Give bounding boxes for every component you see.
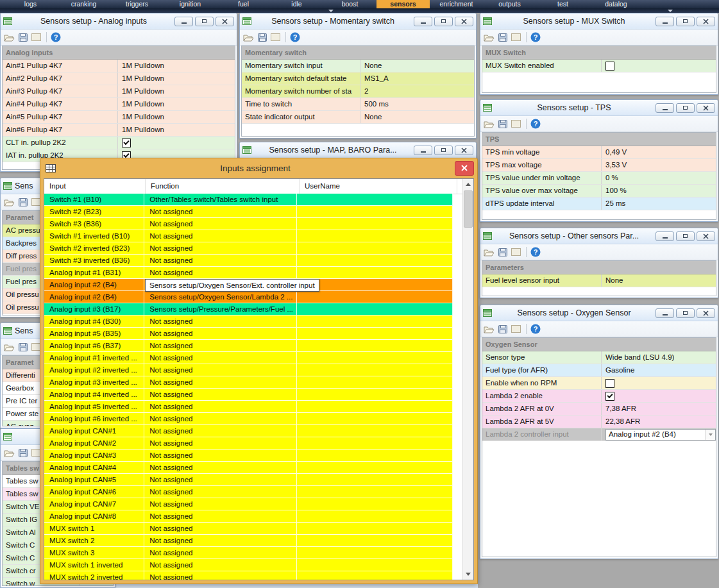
assignment-row[interactable]: Analog input #3 inverted ...Not assigned	[44, 376, 453, 389]
close-button[interactable]	[455, 17, 473, 26]
assignment-row[interactable]: MUX switch 3Not assigned	[44, 547, 453, 559]
assignment-row[interactable]: Analog input #4 inverted ...Not assigned	[44, 389, 453, 401]
assignment-row[interactable]: MUX switch 2Not assigned	[44, 535, 453, 547]
assignment-row[interactable]: MUX switch 1 invertedNot assigned	[44, 559, 453, 571]
save-button[interactable]	[498, 120, 507, 128]
assignment-row[interactable]: Analog input CAN#8Not assigned	[44, 510, 453, 523]
menu-item-ignition[interactable]: ignition	[164, 0, 217, 8]
minimize-button[interactable]	[414, 146, 432, 155]
panel-button[interactable]	[511, 248, 521, 256]
parameter-value[interactable]: 1M Pulldown	[118, 124, 235, 136]
parameter-value[interactable]: 0,49 V	[602, 146, 716, 158]
close-button[interactable]	[697, 17, 715, 26]
maximize-button[interactable]	[434, 17, 453, 26]
minimize-button[interactable]	[174, 17, 193, 26]
help-button[interactable]: ?	[290, 32, 300, 42]
assignment-row[interactable]: Analog input #1 inverted ...Not assigned	[44, 352, 453, 364]
save-button[interactable]	[19, 198, 28, 206]
close-button[interactable]	[697, 308, 715, 318]
assignment-row[interactable]: Analog input #4 (B30)Not assigned	[44, 315, 453, 328]
menu-item-sensors[interactable]: sensors	[376, 0, 430, 8]
open-file-button[interactable]	[4, 198, 15, 206]
window-titlebar[interactable]: Sensors setup - TPS	[480, 100, 718, 116]
parameter-value[interactable]: 1M Pulldown	[118, 111, 235, 123]
menu-item-cranking[interactable]: cranking	[57, 0, 110, 8]
checkbox-checked[interactable]	[122, 139, 131, 147]
menu-item-boost[interactable]: boost	[323, 0, 376, 8]
scrollbar-thumb[interactable]	[464, 190, 473, 228]
open-file-button[interactable]	[484, 325, 495, 333]
window-titlebar[interactable]: Sensors setup - Momentary switch	[240, 13, 476, 29]
panel-button[interactable]	[511, 120, 521, 128]
parameter-value[interactable]: Gasoline	[602, 364, 716, 376]
open-file-button[interactable]	[243, 33, 254, 42]
panel-button[interactable]	[511, 325, 521, 333]
menu-item-datalog[interactable]: datalog	[589, 0, 643, 8]
save-button[interactable]	[498, 325, 507, 333]
panel-button[interactable]	[271, 33, 280, 41]
checkbox-checked[interactable]	[605, 392, 614, 401]
assignment-row[interactable]: Switch #2 inverted (B23)Not assigned	[44, 242, 453, 255]
help-button[interactable]: ?	[530, 119, 541, 129]
parameter-value[interactable]: 22,38 AFR	[602, 416, 716, 428]
menu-item-fuel[interactable]: fuel	[217, 0, 270, 8]
assignment-row[interactable]: Analog input CAN#4Not assigned	[44, 462, 453, 474]
parameter-value[interactable]: 1M Pulldown	[118, 72, 235, 85]
save-button[interactable]	[19, 33, 28, 42]
minimize-button[interactable]	[656, 103, 674, 113]
menu-item-outputs[interactable]: outputs	[483, 0, 536, 8]
parameter-value[interactable]: 1M Pulldown	[118, 98, 235, 110]
checkbox-unchecked[interactable]	[605, 379, 614, 388]
close-button[interactable]	[697, 103, 715, 113]
save-button[interactable]	[498, 33, 507, 42]
assignment-row[interactable]: Switch #1 inverted (B10)Not assigned	[44, 230, 453, 242]
parameter-value[interactable]: 2	[360, 85, 474, 97]
menu-item-test[interactable]: test	[536, 0, 589, 8]
assignment-row[interactable]: Analog input CAN#3Not assigned	[44, 449, 453, 462]
save-button[interactable]	[19, 449, 28, 457]
assignment-row[interactable]: MUX switch 2 invertedNot assigned	[44, 571, 453, 580]
parameter-value[interactable]: 7,38 AFR	[602, 403, 716, 415]
assignment-row[interactable]: Analog input #6 (B37)Not assigned	[44, 340, 453, 352]
chevron-down-icon[interactable]	[705, 430, 715, 440]
open-file-button[interactable]	[484, 120, 495, 128]
menu-item-triggers[interactable]: triggers	[110, 0, 164, 8]
save-button[interactable]	[19, 343, 28, 351]
scrollbar-down-button[interactable]	[463, 569, 473, 580]
minimize-button[interactable]	[656, 308, 674, 318]
assignment-row[interactable]: Switch #3 inverted (B36)Not assigned	[44, 255, 453, 267]
maximize-button[interactable]	[434, 146, 453, 155]
column-header-input[interactable]: Input	[44, 179, 146, 194]
column-header-username[interactable]: UserName	[300, 179, 457, 194]
parameter-value[interactable]: 25 ms	[602, 197, 716, 210]
assignment-row[interactable]: Analog input CAN#5Not assigned	[44, 474, 453, 486]
assignment-row[interactable]: MUX switch 1Not assigned	[44, 523, 453, 535]
parameter-value[interactable]: Wide band (LSU 4.9)	[602, 351, 716, 364]
maximize-button[interactable]	[676, 308, 695, 318]
parameter-value[interactable]: 1M Pulldown	[118, 60, 235, 72]
parameter-value[interactable]: None	[360, 60, 474, 72]
assignment-row[interactable]: Analog input #3 (B17)Sensors setup/Press…	[44, 303, 453, 315]
assignment-row[interactable]: Analog input #2 inverted ...Not assigned	[44, 364, 453, 376]
help-button[interactable]: ?	[530, 247, 541, 257]
panel-button[interactable]	[31, 33, 41, 41]
parameter-value[interactable]: 0 %	[602, 172, 716, 184]
open-file-button[interactable]	[484, 33, 495, 42]
parameter-value[interactable]: None	[360, 111, 474, 123]
window-titlebar[interactable]: Sensors setup - Oxygen Sensor	[480, 305, 718, 321]
scrollbar-up-button[interactable]	[463, 179, 473, 190]
open-file-button[interactable]	[4, 343, 15, 351]
open-file-button[interactable]	[4, 449, 15, 457]
assignment-row[interactable]: Analog input CAN#1Not assigned	[44, 425, 453, 437]
menu-item-logs[interactable]: logs	[4, 0, 57, 8]
parameter-value[interactable]: 1M Pulldown	[118, 85, 235, 97]
assignment-row[interactable]: Analog input #5 inverted ...Not assigned	[44, 401, 453, 413]
assignment-row[interactable]: Switch #2 (B23)Not assigned	[44, 206, 453, 218]
assignment-row[interactable]: Analog input #2 (B4)Sensors setup/Oxygen…	[44, 291, 453, 303]
assignment-row[interactable]: Analog input CAN#7Not assigned	[44, 498, 453, 510]
assignment-row[interactable]: Analog input #5 (B35)Not assigned	[44, 328, 453, 340]
maximize-button[interactable]	[195, 17, 214, 26]
window-titlebar[interactable]: Sensors setup - MUX Switch	[480, 13, 718, 29]
assignment-row[interactable]: Switch #1 (B10)Other/Tables switch/Table…	[44, 194, 453, 206]
menu-item-idle[interactable]: idle	[270, 0, 323, 8]
